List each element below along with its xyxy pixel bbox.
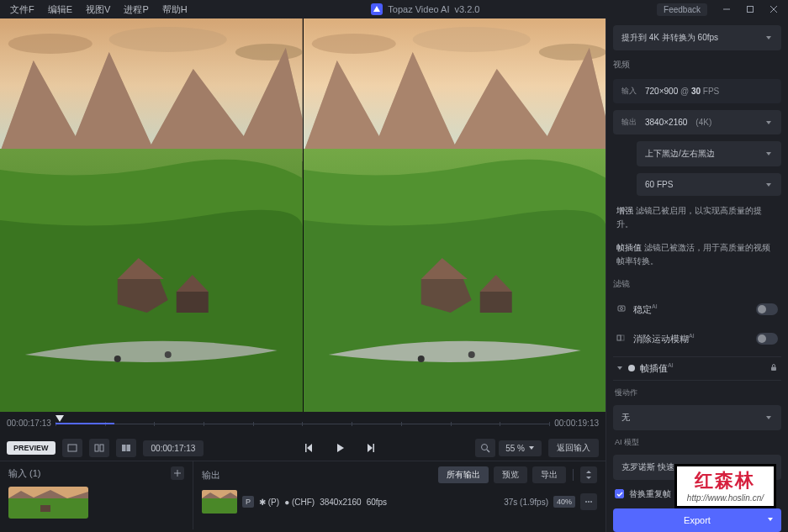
output-tab-all[interactable]: 所有输出	[438, 466, 489, 483]
feedback-button[interactable]: Feedback	[657, 3, 707, 16]
svg-marker-35	[307, 444, 312, 452]
output-row[interactable]: P ✱ (P) ● (CHF) 3840x2160 60fps 37s (1.9…	[202, 490, 597, 514]
add-input-button[interactable]	[171, 466, 184, 480]
menu-help[interactable]: 帮助H	[156, 2, 194, 18]
svg-marker-50	[586, 477, 591, 479]
svg-point-7	[109, 27, 227, 52]
svg-marker-37	[337, 444, 344, 452]
svg-marker-59	[766, 152, 771, 155]
output-badge-ast: ✱ (P)	[259, 498, 279, 507]
preview-right[interactable]	[304, 18, 606, 412]
time-display: 00:00:17:13	[143, 440, 204, 456]
slowmo-dropdown[interactable]: 无	[613, 405, 781, 430]
svg-rect-13	[177, 292, 209, 313]
svg-rect-34	[126, 445, 130, 451]
svg-marker-38	[368, 444, 373, 452]
output-resolution-dropdown[interactable]: 输出3840×2160(4K)	[613, 110, 781, 134]
svg-line-41	[487, 450, 489, 452]
svg-rect-32	[100, 445, 103, 451]
playhead[interactable]	[56, 415, 64, 425]
svg-rect-25	[479, 292, 511, 313]
svg-point-56	[590, 501, 592, 503]
input-thumbnail[interactable]	[8, 487, 88, 519]
play-button[interactable]	[331, 439, 349, 457]
crop-mode-dropdown[interactable]: 上下黑边/左右黑边	[637, 141, 781, 166]
deblur-toggle[interactable]	[756, 333, 778, 345]
next-frame-button[interactable]	[361, 439, 379, 457]
replace-frames-label: 替换重复帧	[629, 488, 671, 500]
stabilize-toggle[interactable]	[756, 303, 778, 315]
svg-marker-49	[586, 471, 591, 473]
zoom-icon[interactable]	[475, 439, 495, 457]
svg-point-54	[585, 501, 587, 503]
maximize-button[interactable]	[739, 1, 761, 18]
minimize-button[interactable]	[716, 1, 738, 18]
svg-point-28	[468, 351, 474, 358]
menu-file[interactable]: 文件F	[3, 2, 41, 18]
fps-dropdown[interactable]: 60 FPS	[637, 173, 781, 196]
prev-frame-button[interactable]	[300, 439, 319, 457]
preview-mode-button[interactable]: PREVIEW	[7, 441, 56, 455]
svg-marker-29	[56, 415, 64, 422]
deblur-label: 消除运动模糊AI	[633, 333, 751, 345]
svg-rect-31	[95, 445, 98, 451]
svg-marker-42	[529, 446, 534, 450]
replace-frames-checkbox[interactable]	[615, 489, 624, 498]
svg-marker-67	[766, 416, 771, 419]
lock-icon	[769, 363, 778, 373]
svg-rect-53	[202, 498, 237, 514]
timeline-start-time: 00:00:17:13	[7, 419, 51, 428]
svg-marker-58	[766, 121, 771, 124]
timeline[interactable]: 00:00:17:13 00:00:19:13	[0, 412, 606, 435]
deblur-icon	[616, 333, 628, 345]
output-sort-button[interactable]	[580, 466, 597, 483]
svg-marker-0	[373, 6, 380, 12]
svg-marker-60	[766, 183, 771, 187]
output-resolution: 3840x2160	[320, 498, 362, 507]
output-tab-export[interactable]: 导出	[532, 466, 566, 483]
svg-marker-57	[766, 36, 771, 40]
svg-point-40	[482, 445, 488, 450]
output-duration: 37s (1.9fps)	[504, 498, 548, 507]
svg-rect-33	[122, 445, 126, 451]
svg-point-16	[165, 351, 172, 358]
status-interpolation: 帧插值 滤镜已被激活，用于高质量的视频帧率转换。	[613, 240, 781, 270]
view-single-button[interactable]	[62, 439, 82, 457]
zoom-value-dropdown[interactable]: 55 %	[499, 440, 542, 456]
svg-rect-63	[617, 335, 621, 340]
svg-rect-2	[748, 7, 754, 13]
view-split-button[interactable]	[89, 439, 109, 457]
menu-process[interactable]: 进程P	[117, 2, 155, 18]
input-panel-title: 输入 (1)	[8, 467, 41, 480]
svg-point-18	[311, 34, 395, 54]
stabilize-label: 稳定AI	[633, 303, 751, 316]
svg-marker-65	[617, 366, 622, 370]
return-input-button[interactable]: 返回输入	[548, 439, 599, 457]
app-version: v3.2.0	[455, 4, 480, 14]
interpolation-accordion[interactable]: 帧插值AI	[613, 356, 781, 381]
menu-view[interactable]: 视图V	[79, 2, 117, 18]
slowmo-label: 慢动作	[613, 387, 781, 398]
timeline-end-time: 00:00:19:13	[554, 419, 599, 428]
view-side-button[interactable]	[116, 439, 136, 457]
svg-point-6	[8, 34, 93, 54]
stabilize-icon	[616, 303, 628, 315]
svg-point-15	[114, 356, 121, 362]
svg-point-8	[235, 44, 303, 61]
section-video-label: 视频	[613, 57, 781, 72]
output-row-menu[interactable]	[580, 493, 597, 510]
svg-rect-48	[40, 505, 50, 512]
export-button[interactable]: Export	[613, 508, 781, 532]
status-enhance: 增强 滤镜已被启用，以实现高质量的提升。	[613, 203, 781, 233]
preview-left[interactable]	[0, 18, 303, 412]
svg-rect-36	[305, 444, 307, 452]
svg-point-55	[588, 501, 590, 503]
close-button[interactable]	[763, 1, 785, 18]
preset-dropdown[interactable]: 提升到 4K 并转换为 60fps	[613, 25, 781, 50]
output-tab-preview[interactable]: 预览	[494, 466, 527, 483]
menu-edit[interactable]: 编辑E	[41, 2, 79, 18]
svg-point-62	[621, 308, 623, 310]
section-filter-label: 滤镜	[613, 277, 781, 292]
output-badge-chf: ● (CHF)	[284, 498, 315, 507]
output-fps: 60fps	[367, 498, 387, 507]
